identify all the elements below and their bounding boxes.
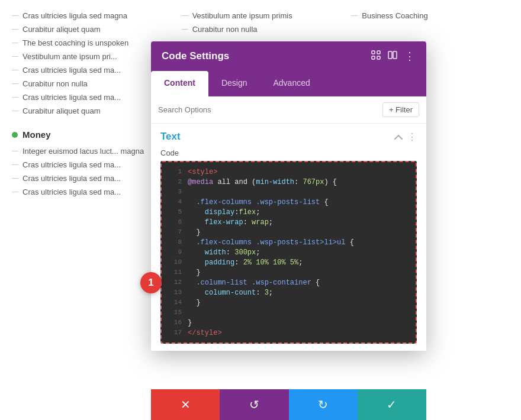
save-button[interactable]: ✓ (358, 389, 426, 420)
cancel-button[interactable]: ✕ (151, 389, 220, 420)
list-item: Cras ultricies ligula sed magna (12, 9, 170, 22)
modal-body: Text ⋮ Code 1 <style> 2 @med (151, 124, 426, 351)
section-more-icon[interactable]: ⋮ (407, 131, 417, 143)
section-icons: ⋮ (394, 131, 417, 143)
redo-button[interactable]: ↻ (289, 389, 358, 420)
list-item: Cras ultricies ligula sed ma... (12, 172, 170, 185)
modal: 1 Code Settings ⋮ (151, 41, 426, 351)
list-item: Cras ultricies ligula sed ma... (12, 63, 170, 77)
list-item: Vestibulum ante ipsum pri... (12, 50, 170, 63)
list-item: Cras ultricies ligula sed ma... (12, 185, 170, 199)
more-icon[interactable]: ⋮ (404, 50, 416, 63)
tab-content[interactable]: Content (151, 71, 208, 96)
money-list: Integer euismod lacus luct... magna Cras… (12, 144, 170, 199)
code-line-3: 3 (162, 187, 416, 197)
code-line-4: 4 .flex-columns .wsp-posts-list { (162, 197, 416, 207)
code-label: Code (160, 148, 417, 157)
list-item: Curabitur aliquet quam (12, 104, 170, 118)
list-item: Business Coaching (351, 9, 509, 22)
list-item: The best coaching is unspoken (12, 36, 170, 50)
modal-tabs: Content Design Advanced (151, 71, 426, 96)
money-section: Money Integer euismod lacus luct... magn… (12, 130, 170, 199)
money-title: Money (12, 130, 170, 140)
code-line-16: 16 } (162, 318, 416, 328)
chevron-up-icon[interactable] (394, 132, 403, 142)
list-item: Cras ultricies ligula sed ma... (12, 91, 170, 104)
svg-rect-3 (377, 56, 380, 59)
code-line-8: 8 .flex-columns .wsp-posts-list>li>ul { (162, 237, 416, 247)
bg-list-1: Cras ultricies ligula sed magna Curabitu… (12, 9, 170, 118)
svg-rect-1 (377, 51, 380, 54)
code-line-6: 6 flex-wrap: wrap; (162, 217, 416, 227)
undo-button[interactable]: ↺ (220, 389, 288, 420)
list-item: Curabitur non nulla (182, 22, 340, 36)
svg-rect-0 (372, 51, 375, 54)
save-icon: ✓ (387, 398, 397, 412)
section-title: Text (160, 131, 181, 143)
list-item: Vestibulum ante ipsum primis (182, 9, 340, 22)
filter-button[interactable]: + Filter (382, 102, 419, 117)
svg-rect-5 (393, 51, 397, 59)
code-line-2: 2 @media all and (min-width: 767px) { (162, 177, 416, 187)
columns-icon[interactable] (388, 51, 397, 62)
code-line-1: 1 <style> (162, 167, 416, 177)
code-line-17: 17 </style> (162, 328, 416, 338)
bg-list-3: Business Coaching (351, 9, 509, 22)
undo-icon: ↺ (249, 398, 259, 412)
search-input[interactable] (158, 105, 382, 114)
svg-rect-4 (388, 51, 392, 59)
code-line-14: 14 } (162, 298, 416, 308)
code-line-12: 12 .column-list .wsp-container { (162, 277, 416, 287)
modal-header: Code Settings ⋮ (151, 41, 426, 71)
code-line-13: 13 column-count: 3; (162, 287, 416, 298)
list-item: Curabitur aliquet quam (12, 22, 170, 36)
tab-design[interactable]: Design (208, 71, 260, 96)
section-header: Text ⋮ (160, 131, 417, 143)
redo-icon: ↻ (318, 398, 328, 412)
expand-icon[interactable] (371, 50, 381, 62)
bg-list-2: Vestibulum ante ipsum primis Curabitur n… (182, 9, 340, 36)
code-line-11: 11 } (162, 267, 416, 277)
code-line-7: 7 } (162, 227, 416, 237)
code-line-10: 10 padding: 2% 10% 10% 5%; (162, 257, 416, 267)
tab-advanced[interactable]: Advanced (260, 71, 323, 96)
svg-rect-2 (372, 56, 375, 59)
bg-column-1: Cras ultricies ligula sed magna Curabitu… (12, 6, 170, 414)
list-item: Cras ultricies ligula sed ma... (12, 158, 170, 172)
code-line-15: 15 (162, 308, 416, 318)
bottom-toolbar: ✕ ↺ ↻ ✓ (151, 389, 426, 420)
search-bar: + Filter (151, 96, 426, 124)
code-editor[interactable]: 1 <style> 2 @media all and (min-width: 7… (160, 161, 417, 344)
list-item: Integer euismod lacus luct... magna (12, 144, 170, 158)
list-item: Curabitur non nulla (12, 77, 170, 91)
modal-title: Code Settings (162, 50, 229, 62)
modal-header-icons: ⋮ (371, 50, 416, 63)
code-line-5: 5 display:flex; (162, 207, 416, 217)
code-line-9: 9 width: 300px; (162, 247, 416, 257)
cancel-icon: ✕ (181, 398, 191, 412)
step-badge: 1 (140, 272, 162, 293)
